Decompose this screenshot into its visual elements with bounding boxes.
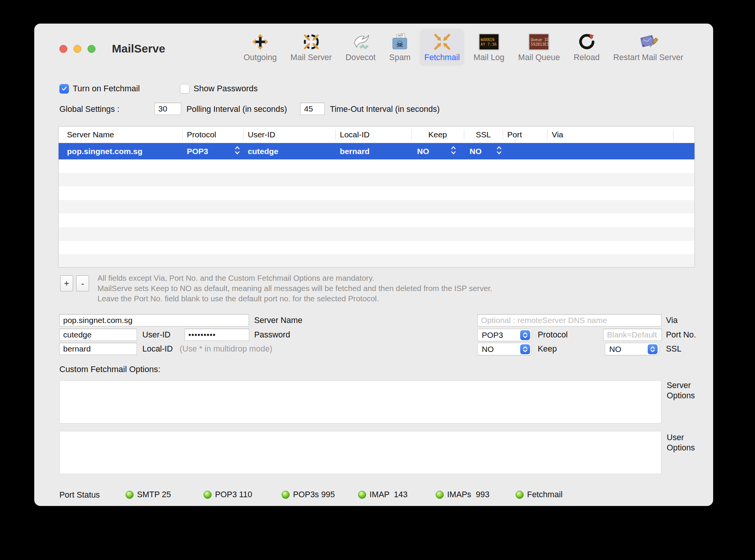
- mail-log-icon: WARNIN AY 7:36 A: [478, 32, 500, 52]
- column-header-server-name[interactable]: Server Name: [59, 127, 182, 143]
- minimize-button[interactable]: [73, 45, 81, 53]
- keep-popup-value: NO: [482, 345, 494, 354]
- port-status-item: IMAPs 993: [436, 490, 489, 500]
- add-server-button[interactable]: +: [60, 275, 73, 291]
- turn-on-fetchmail-checkbox[interactable]: [59, 84, 69, 94]
- ssl-popup[interactable]: NO: [605, 343, 659, 355]
- port-status-text: POP3s 995: [293, 490, 335, 500]
- keep-stepper-icon[interactable]: [451, 145, 456, 157]
- fetchmail-icon: [433, 32, 451, 52]
- server-options-label: Server Options: [667, 380, 695, 401]
- remove-server-button[interactable]: -: [76, 275, 89, 291]
- zoom-button[interactable]: [88, 45, 96, 53]
- toolbar-item-mail-server[interactable]: Mail Server: [286, 29, 336, 66]
- port-no-input[interactable]: [603, 329, 662, 341]
- screen-text: WARNIN: [481, 38, 497, 42]
- via-label: Via: [666, 316, 678, 325]
- table-row-empty: [59, 213, 694, 227]
- toolbar-item-outgoing[interactable]: Outgoing: [239, 29, 281, 66]
- column-header-port[interactable]: Port: [503, 127, 547, 143]
- port-status-label: Port Status: [59, 490, 100, 500]
- ssl-stepper-icon[interactable]: [496, 145, 502, 157]
- via-input[interactable]: [477, 314, 661, 326]
- port-status-item: Fetchmail: [516, 490, 562, 500]
- toolbar-item-dovecot[interactable]: Dovecot: [341, 29, 380, 66]
- toolbar-label: Fetchmail: [424, 53, 460, 62]
- server-name-input[interactable]: [59, 314, 249, 326]
- mail-server-icon: [302, 32, 320, 52]
- toolbar-label: Reload: [573, 53, 599, 62]
- outgoing-icon: [252, 32, 269, 52]
- show-passwords-checkbox[interactable]: [180, 84, 190, 94]
- help-line: Leave the Port No. field blank to use th…: [97, 293, 492, 304]
- column-header-via[interactable]: Via: [547, 127, 673, 143]
- fetchmail-options-row: Turn on Fetchmail Show Passwords: [59, 84, 258, 94]
- user-id-input[interactable]: [59, 329, 137, 341]
- port-status-text: POP3 110: [215, 490, 252, 500]
- user-options-label-line: User: [667, 433, 695, 443]
- port-status-item: POP3 110: [204, 490, 252, 500]
- toolbar-item-reload[interactable]: Reload: [569, 29, 604, 66]
- cell-keep-value: NO: [417, 147, 429, 156]
- cell-local-id: bernard: [335, 143, 411, 159]
- password-label: Password: [254, 330, 290, 340]
- cell-via: [547, 143, 673, 159]
- protocol-stepper-icon[interactable]: [234, 145, 240, 157]
- ssl-popup-value: NO: [609, 345, 621, 354]
- toolbar-label: Mail Log: [473, 53, 504, 62]
- table-header: Server Name Protocol User-ID Local-ID Ke…: [59, 127, 694, 143]
- table-row-empty: [59, 241, 694, 255]
- column-header-user-id[interactable]: User-ID: [243, 127, 335, 143]
- table-row-empty: [59, 200, 694, 214]
- status-led-green: [204, 491, 212, 499]
- polling-interval-input[interactable]: [155, 103, 181, 115]
- toolbar-label: Spam: [389, 53, 411, 62]
- local-id-input[interactable]: [59, 343, 137, 355]
- ssl-label: SSL: [666, 344, 682, 354]
- svg-text:☠: ☠: [396, 39, 404, 49]
- toolbar: Outgoing Mail Server: [239, 29, 688, 66]
- multidrop-note: (Use * in multidrop mode): [180, 344, 272, 354]
- column-header-protocol[interactable]: Protocol: [182, 127, 243, 143]
- table-row-selected[interactable]: pop.singnet.com.sg POP3 cutedge bernard …: [59, 143, 694, 159]
- screen-text: 592B13E3: [530, 42, 547, 46]
- popup-stepper-icon: [520, 330, 530, 340]
- help-text: All fields except Via, Port No. and the …: [97, 273, 492, 304]
- keep-popup[interactable]: NO: [477, 343, 532, 355]
- popup-stepper-icon: [520, 344, 530, 354]
- table-row-empty: [59, 173, 694, 187]
- toolbar-item-fetchmail[interactable]: Fetchmail: [420, 29, 464, 66]
- timeout-interval-input[interactable]: [300, 103, 325, 115]
- port-status-item: IMAP 143: [358, 490, 408, 500]
- toolbar-label: Mail Server: [290, 53, 332, 62]
- protocol-popup[interactable]: POP3: [477, 329, 532, 341]
- server-options-textarea[interactable]: [59, 380, 661, 423]
- column-header-keep[interactable]: Keep: [411, 127, 464, 143]
- status-led-green: [436, 491, 444, 499]
- mailserve-window: MailServe Outgoing: [34, 24, 713, 506]
- toolbar-item-restart-mail-server[interactable]: Restart Mail Server: [609, 29, 688, 66]
- toolbar-item-spam[interactable]: ☠ Spam: [385, 29, 415, 66]
- help-line: All fields except Via, Port No. and the …: [97, 273, 492, 283]
- local-id-label: Local-ID: [142, 344, 173, 354]
- fetchmail-server-table: Server Name Protocol User-ID Local-ID Ke…: [58, 126, 695, 267]
- reload-icon: [578, 32, 596, 52]
- keep-label: Keep: [538, 344, 557, 354]
- status-led-green: [516, 491, 524, 499]
- table-row-empty: [59, 159, 694, 173]
- column-header-ssl[interactable]: SSL: [464, 127, 503, 143]
- user-options-textarea[interactable]: [59, 431, 661, 474]
- cell-ssl: NO: [464, 143, 503, 159]
- cell-protocol: POP3: [182, 143, 243, 159]
- toolbar-item-mail-queue[interactable]: Queue ID 592B13E3 Mail Queue: [514, 29, 565, 66]
- status-led-green: [126, 491, 134, 499]
- column-header-local-id[interactable]: Local-ID: [335, 127, 411, 143]
- polling-interval-label: Polling Interval (in seconds): [186, 105, 287, 114]
- user-options-label-line: Options: [667, 443, 695, 453]
- toolbar-item-mail-log[interactable]: WARNIN AY 7:36 A Mail Log: [469, 29, 509, 66]
- close-button[interactable]: [59, 45, 67, 53]
- table-row-empty: [59, 254, 694, 267]
- cell-user-id: cutedge: [243, 143, 335, 159]
- table-row-empty: [59, 227, 694, 241]
- password-input[interactable]: [185, 329, 249, 341]
